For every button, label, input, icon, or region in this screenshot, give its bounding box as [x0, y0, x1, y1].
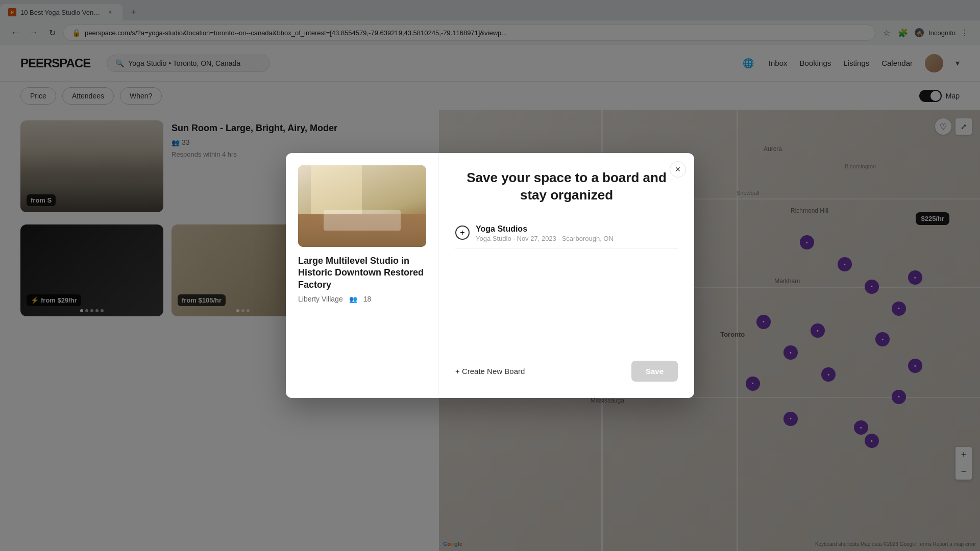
board-add-icon: +	[455, 226, 470, 240]
board-meta: Yoga Studio · Nov 27, 2023 · Scarborough…	[476, 235, 614, 242]
modal-left-panel: Large Multilevel Studio in Historic Down…	[286, 153, 439, 398]
create-new-board-button[interactable]: + Create New Board	[455, 367, 525, 375]
modal-listing-capacity: 18	[363, 295, 372, 303]
modal-close-button[interactable]: ×	[670, 161, 686, 178]
board-item[interactable]: + Yoga Studios Yoga Studio · Nov 27, 202…	[455, 218, 678, 249]
save-button[interactable]: Save	[631, 361, 678, 382]
modal-overlay[interactable]: × Large Multilevel Studio in Historic Do…	[0, 0, 980, 551]
board-info: Yoga Studios Yoga Studio · Nov 27, 2023 …	[476, 224, 614, 242]
modal-listing-image	[298, 165, 426, 247]
modal-title: Save your space to a board and stay orga…	[455, 169, 678, 204]
save-to-board-modal: × Large Multilevel Studio in Historic Do…	[286, 153, 694, 398]
modal-listing-title: Large Multilevel Studio in Historic Down…	[298, 255, 426, 291]
modal-footer: + Create New Board Save	[455, 350, 678, 382]
board-name: Yoga Studios	[476, 224, 614, 234]
modal-listing-meta: Liberty Village 👥 18	[298, 295, 426, 303]
modal-listing-location: Liberty Village	[298, 295, 343, 303]
modal-right-panel: Save your space to a board and stay orga…	[439, 153, 694, 398]
modal-people-icon: 👥	[349, 295, 357, 303]
